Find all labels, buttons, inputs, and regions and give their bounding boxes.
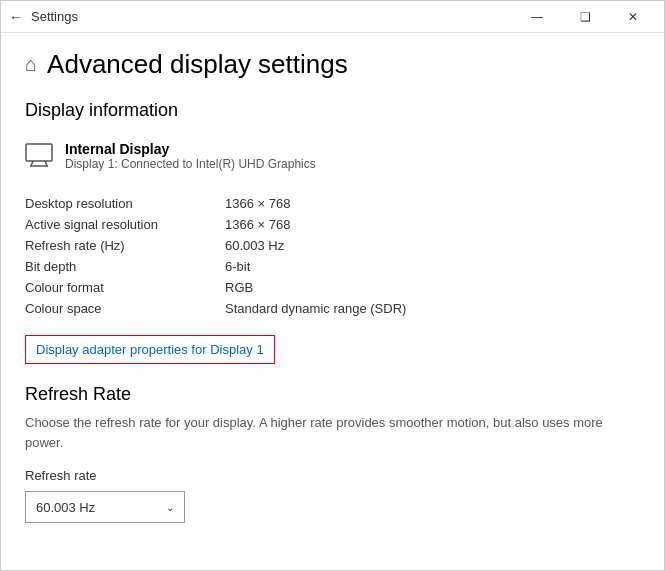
svg-rect-0 [26,144,52,161]
value-colour-space: Standard dynamic range (SDR) [225,301,406,316]
refresh-rate-label: Refresh rate [25,468,640,483]
display-info-card: Internal Display Display 1: Connected to… [25,135,640,177]
title-bar-controls: — ❑ ✕ [514,1,656,33]
display-information-title: Display information [25,100,640,121]
title-bar: ← Settings — ❑ ✕ [1,1,664,33]
refresh-rate-dropdown-container: 60.003 Hz ⌄ [25,491,185,523]
refresh-rate-description: Choose the refresh rate for your display… [25,413,640,452]
minimize-button[interactable]: — [514,1,560,33]
table-row: Active signal resolution 1366 × 768 [25,214,640,235]
table-row: Colour space Standard dynamic range (SDR… [25,298,640,319]
value-desktop-resolution: 1366 × 768 [225,196,290,211]
label-colour-format: Colour format [25,280,225,295]
value-bit-depth: 6-bit [225,259,250,274]
content-area: ⌂ Advanced display settings Display info… [1,33,664,570]
info-table: Desktop resolution 1366 × 768 Active sig… [25,193,640,319]
label-refresh-rate: Refresh rate (Hz) [25,238,225,253]
table-row: Colour format RGB [25,277,640,298]
close-button[interactable]: ✕ [610,1,656,33]
display-name: Internal Display [65,141,316,157]
main-content: ⌂ Advanced display settings Display info… [25,49,640,554]
home-icon: ⌂ [25,53,37,76]
label-bit-depth: Bit depth [25,259,225,274]
label-colour-space: Colour space [25,301,225,316]
monitor-icon [25,143,53,171]
value-colour-format: RGB [225,280,253,295]
title-bar-title: Settings [31,9,78,24]
back-button[interactable]: ← [9,9,23,25]
refresh-rate-title: Refresh Rate [25,384,640,405]
page-title-text: Advanced display settings [47,49,348,80]
table-row: Desktop resolution 1366 × 768 [25,193,640,214]
title-bar-left: ← Settings [9,9,514,25]
display-info-text: Internal Display Display 1: Connected to… [65,141,316,171]
label-active-signal: Active signal resolution [25,217,225,232]
table-row: Bit depth 6-bit [25,256,640,277]
chevron-down-icon: ⌄ [166,502,174,513]
refresh-rate-dropdown[interactable]: 60.003 Hz ⌄ [25,491,185,523]
table-row: Refresh rate (Hz) 60.003 Hz [25,235,640,256]
display-subtitle: Display 1: Connected to Intel(R) UHD Gra… [65,157,316,171]
settings-window: ← Settings — ❑ ✕ ⌂ Advanced display sett… [0,0,665,571]
value-active-signal: 1366 × 768 [225,217,290,232]
page-title: ⌂ Advanced display settings [25,49,640,80]
dropdown-value: 60.003 Hz [36,500,95,515]
label-desktop-resolution: Desktop resolution [25,196,225,211]
maximize-button[interactable]: ❑ [562,1,608,33]
adapter-properties-link[interactable]: Display adapter properties for Display 1 [25,335,275,364]
value-refresh-rate: 60.003 Hz [225,238,284,253]
